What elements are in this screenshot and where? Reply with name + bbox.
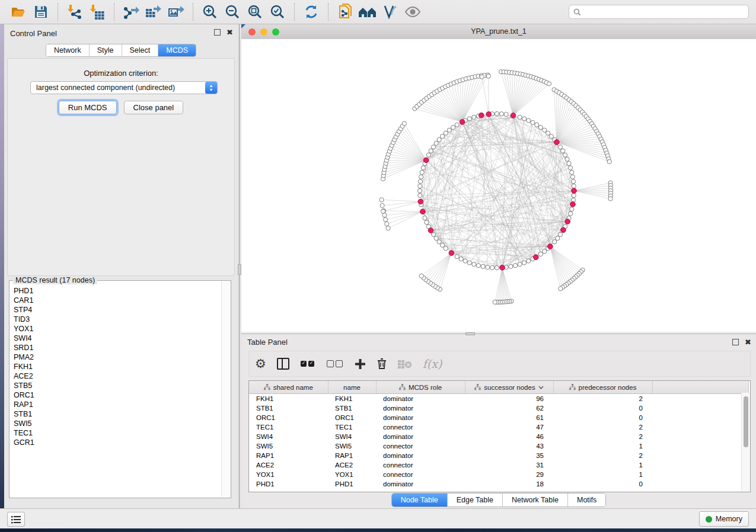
table-cell[interactable]: FKH1 [249, 394, 328, 404]
mcds-result-item[interactable]: RAP1 [14, 400, 219, 409]
table-cell[interactable]: ORC1 [249, 413, 328, 422]
network-canvas[interactable] [241, 39, 756, 332]
table-row[interactable]: PHD1PHD1dominator180 [249, 479, 748, 489]
table-cell[interactable]: 2 [553, 394, 652, 404]
eye-button[interactable] [403, 2, 422, 21]
table-cell[interactable]: TEC1 [249, 422, 328, 432]
table-cell[interactable]: SWI5 [249, 441, 328, 451]
mcds-result-item[interactable]: STP4 [14, 305, 219, 315]
table-cell[interactable]: PHD1 [249, 479, 328, 489]
mcds-result-item[interactable]: SWI4 [14, 334, 219, 343]
tab-motifs[interactable]: Motifs [568, 493, 605, 507]
open-file-button[interactable] [9, 2, 28, 21]
column-header-shared-name[interactable]: shared name [249, 381, 328, 394]
table-cell[interactable]: STB1 [328, 403, 376, 413]
tab-network[interactable]: Network [46, 44, 90, 56]
tab-edge-table[interactable]: Edge Table [448, 493, 503, 507]
table-cell[interactable]: dominator [376, 403, 465, 413]
delete-column-button[interactable] [377, 355, 387, 373]
mcds-result-item[interactable]: ORC1 [14, 390, 219, 400]
table-cell[interactable]: dominator [376, 451, 465, 460]
table-cell[interactable]: dominator [376, 394, 465, 404]
table-cell[interactable]: YOX1 [249, 470, 328, 479]
table-cell[interactable]: 1 [553, 460, 652, 470]
table-cell[interactable]: 2 [553, 422, 652, 432]
table-row[interactable]: SWI5SWI5connector431 [249, 441, 748, 451]
table-cell[interactable]: connector [376, 470, 465, 479]
column-header-name[interactable]: name [328, 381, 376, 394]
mcds-result-item[interactable]: STB1 [14, 409, 219, 419]
table-cell[interactable]: 18 [465, 479, 553, 489]
zoom-in-button[interactable] [200, 2, 219, 21]
mcds-result-item[interactable]: STB5 [14, 381, 219, 390]
table-cell[interactable]: connector [376, 441, 465, 451]
column-header-MCDS-role[interactable]: MCDS role [376, 381, 465, 394]
refresh-button[interactable] [302, 2, 321, 21]
table-cell[interactable]: 31 [465, 460, 553, 470]
table-cell[interactable]: 0 [553, 479, 652, 489]
scrollbar-thumb[interactable] [744, 396, 748, 447]
table-scrollbar[interactable] [741, 393, 750, 492]
table-row[interactable]: RAP1RAP1dominator352 [249, 451, 748, 460]
ndex-button[interactable] [358, 2, 377, 21]
zoom-out-button[interactable] [223, 2, 242, 21]
table-row[interactable]: FKH1FKH1dominator962 [249, 394, 748, 404]
table-row[interactable]: ORC1ORC1dominator610 [249, 413, 748, 422]
mcds-result-item[interactable]: TEC1 [14, 428, 219, 438]
export-image-button[interactable] [167, 2, 186, 21]
export-table-button[interactable] [144, 2, 163, 21]
network-graph[interactable] [241, 39, 756, 332]
save-session-button[interactable] [31, 2, 50, 21]
table-cell[interactable]: 46 [465, 432, 553, 441]
zoom-selected-button[interactable] [268, 2, 287, 21]
table-cell[interactable]: dominator [376, 413, 465, 422]
mcds-result-item[interactable]: YOX1 [14, 324, 219, 334]
close-panel-icon[interactable]: ✖ [227, 30, 233, 35]
table-cell[interactable]: 43 [465, 441, 553, 451]
table-cell[interactable]: TEC1 [328, 422, 376, 432]
table-cell[interactable]: ACE2 [328, 460, 376, 470]
table-row[interactable]: YOX1YOX1connector291 [249, 470, 748, 479]
table-row[interactable]: TEC1TEC1connector472 [249, 422, 748, 432]
table-cell[interactable]: 47 [465, 422, 553, 432]
mcds-result-item[interactable]: PMA2 [14, 352, 219, 362]
table-row[interactable]: ACE2ACE2connector311 [249, 460, 748, 470]
table-cell[interactable]: RAP1 [328, 451, 376, 460]
tab-select[interactable]: Select [122, 44, 159, 56]
mcds-result-item[interactable]: PHD1 [14, 286, 219, 296]
table-cell[interactable]: 1 [553, 441, 652, 451]
add-column-button[interactable] [355, 355, 366, 373]
close-panel-icon[interactable]: ✖ [745, 339, 751, 345]
mcds-result-item[interactable]: GCR1 [14, 438, 219, 447]
table-cell[interactable]: 2 [553, 432, 652, 441]
search-input[interactable] [584, 7, 744, 17]
run-mcds-button[interactable]: Run MCDS [59, 101, 117, 114]
table-cell[interactable]: 29 [465, 470, 553, 479]
table-cell[interactable]: dominator [376, 432, 465, 441]
global-search[interactable] [569, 5, 749, 19]
table-cell[interactable]: 96 [465, 394, 553, 404]
table-cell[interactable]: FKH1 [328, 394, 376, 404]
table-cell[interactable]: ORC1 [328, 413, 376, 422]
column-header-successor-nodes[interactable]: successor nodes [465, 381, 553, 394]
table-cell[interactable]: dominator [376, 479, 465, 489]
table-cell[interactable]: PHD1 [328, 479, 376, 489]
table-row[interactable]: SWI4SWI4dominator462 [249, 432, 748, 441]
float-panel-icon[interactable] [214, 29, 221, 36]
mcds-result-item[interactable]: TID3 [14, 315, 219, 324]
table-cell[interactable]: 0 [553, 403, 652, 413]
mcds-result-item[interactable]: CAR1 [14, 296, 219, 305]
table-cell[interactable]: STB1 [249, 403, 328, 413]
column-header-predecessor-nodes[interactable]: predecessor nodes [553, 381, 652, 394]
optimization-criterion-dropdown[interactable]: largest connected component (undirected)… [30, 81, 218, 94]
close-panel-button[interactable]: Close panel [124, 101, 184, 114]
table-cell[interactable]: 62 [465, 403, 553, 413]
tab-network-table[interactable]: Network Table [503, 493, 568, 507]
table-cell[interactable]: 2 [553, 451, 652, 460]
table-cell[interactable]: 0 [553, 413, 652, 422]
table-row[interactable]: STB1STB1dominator620 [249, 403, 748, 413]
table-cell[interactable]: ACE2 [249, 460, 328, 470]
tab-mcds[interactable]: MCDS [158, 44, 196, 56]
table-cell[interactable]: YOX1 [328, 470, 376, 479]
hide-all-columns-button[interactable] [326, 355, 344, 373]
